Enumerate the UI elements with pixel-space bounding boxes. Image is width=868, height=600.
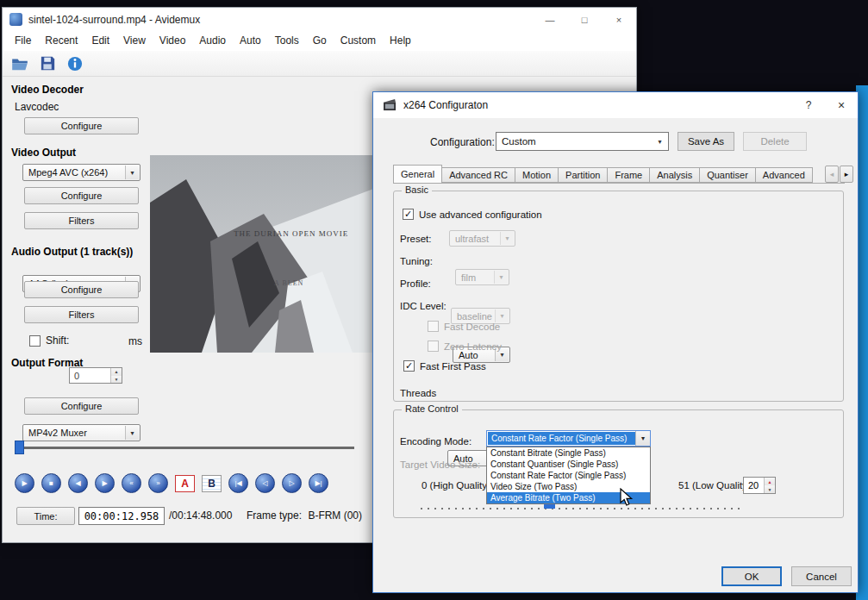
marker-b-button[interactable]: B [202, 475, 222, 492]
maximize-button[interactable]: □ [567, 8, 602, 31]
save-as-button[interactable]: Save As [678, 132, 734, 151]
menu-tools[interactable]: Tools [268, 31, 306, 51]
menu-bar: File Recent Edit View Video Audio Auto T… [3, 31, 636, 51]
decoder-configure-button[interactable]: Configure [24, 117, 139, 134]
prev-frame-icon: ◀ [75, 479, 80, 487]
marker-a-button[interactable]: A [175, 475, 195, 492]
option-constant-quantiser[interactable]: Constant Quantiser (Single Pass) [487, 459, 650, 470]
tab-partition[interactable]: Partition [559, 167, 608, 183]
first-frame-button[interactable]: |◀ [228, 473, 248, 493]
next-frame-button[interactable]: ▶ [95, 473, 115, 493]
prev-black-frame-button[interactable]: ◁ [255, 473, 275, 493]
minimize-button[interactable]: — [533, 8, 567, 31]
ok-button[interactable]: OK [721, 566, 782, 586]
next-keyframe-button[interactable]: » [148, 473, 168, 493]
tab-quantiser[interactable]: Quantiser [700, 167, 756, 183]
idc-level-label: IDC Level: [400, 301, 446, 311]
output-format-value: MP4v2 Muxer [28, 428, 87, 438]
basic-group: Basic ✓ Use advanced configuration Prese… [393, 191, 844, 402]
menu-go[interactable]: Go [306, 31, 334, 51]
use-advanced-label: Use advanced configuration [419, 209, 542, 220]
audio-filters-button[interactable]: Filters [24, 306, 139, 323]
time-display[interactable]: 00:00:12.958 [78, 507, 165, 525]
prev-frame-button[interactable]: ◀ [68, 473, 88, 493]
shift-checkbox[interactable] [29, 335, 41, 347]
zero-latency-checkbox [428, 341, 439, 352]
video-configure-button[interactable]: Configure [24, 187, 139, 204]
use-advanced-checkbox[interactable]: ✓ [403, 209, 414, 220]
configuration-select[interactable]: Custom ▾ [496, 132, 669, 151]
spin-down-icon[interactable]: ▼ [111, 376, 122, 384]
shift-spinner[interactable]: 0 ▲ ▼ [69, 367, 122, 384]
play-button[interactable]: ▶ [15, 473, 34, 493]
preset-select: ultrafast ▾ [449, 230, 515, 247]
high-quality-label: 0 (High Quality) [422, 480, 490, 491]
video-output-select[interactable]: Mpeg4 AVC (x264) ▾ [22, 164, 141, 181]
menu-auto[interactable]: Auto [233, 31, 268, 51]
tab-frame[interactable]: Frame [608, 167, 650, 183]
tab-advanced[interactable]: Advanced [756, 167, 813, 183]
close-button[interactable]: × [602, 8, 636, 31]
menu-file[interactable]: File [8, 31, 38, 51]
quality-spinner[interactable]: 20 ▲ ▼ [743, 477, 776, 494]
muxer-configure-button[interactable]: Configure [24, 397, 139, 415]
video-decoder-heading: Video Decoder [11, 84, 84, 96]
tab-scroll-left-button[interactable]: ◂ [825, 166, 839, 183]
tab-motion[interactable]: Motion [515, 167, 559, 183]
titlebar: sintel-1024-surround.mp4 - Avidemux — □ … [3, 8, 636, 31]
stop-icon: ■ [49, 479, 53, 487]
output-format-select[interactable]: MP4v2 Muxer ▾ [22, 424, 141, 441]
preset-label: Preset: [400, 234, 431, 244]
menu-custom[interactable]: Custom [334, 31, 383, 51]
tab-analysis[interactable]: Analysis [650, 167, 700, 183]
fast-first-pass-checkbox[interactable]: ✓ [403, 360, 415, 372]
menu-video[interactable]: Video [153, 31, 192, 51]
information-button[interactable] [64, 53, 86, 74]
tab-advanced-rc[interactable]: Advanced RC [442, 167, 515, 183]
video-filters-button[interactable]: Filters [24, 212, 139, 229]
menu-edit[interactable]: Edit [84, 31, 116, 51]
fast-decode-checkbox [428, 321, 439, 332]
chevron-down-icon: ▾ [500, 232, 514, 245]
last-frame-button[interactable]: ▶| [309, 473, 328, 493]
spin-down-icon[interactable]: ▼ [765, 485, 775, 493]
decoder-name: Lavcodec [15, 101, 59, 113]
dialog-help-button[interactable]: ? [792, 92, 825, 118]
shift-value: 0 [74, 371, 79, 381]
spin-up-icon[interactable]: ▲ [111, 368, 122, 376]
audio-configure-button[interactable]: Configure [24, 281, 139, 298]
chevron-down-icon: ▾ [494, 271, 508, 284]
save-file-button[interactable] [36, 53, 59, 74]
delete-button[interactable]: Delete [743, 132, 807, 151]
menu-view[interactable]: View [116, 31, 153, 51]
fast-first-pass-row: ✓ Fast First Pass [403, 360, 486, 372]
encoding-mode-select[interactable]: Constant Rate Factor (Single Pass) ▾ [486, 430, 651, 447]
tab-general[interactable]: General [393, 165, 442, 184]
floppy-disk-icon [41, 56, 55, 71]
prev-keyframe-icon: « [129, 479, 133, 487]
info-icon [67, 56, 83, 72]
dialog-close-button[interactable]: × [825, 92, 858, 118]
open-file-button[interactable] [9, 53, 31, 74]
stop-button[interactable]: ■ [41, 473, 61, 493]
time-button[interactable]: Time: [16, 507, 75, 525]
menu-recent[interactable]: Recent [38, 31, 84, 51]
quality-slider-track[interactable] [421, 508, 740, 509]
chevron-down-icon: ▾ [125, 166, 139, 179]
menu-audio[interactable]: Audio [192, 31, 233, 51]
tab-scroll-right-button[interactable]: ▸ [840, 166, 853, 183]
seek-slider-handle[interactable] [15, 441, 24, 454]
menu-help[interactable]: Help [383, 31, 418, 51]
spin-up-icon[interactable]: ▲ [765, 478, 775, 485]
seek-slider-track[interactable] [16, 447, 354, 449]
rate-control-group-label: Rate Control [402, 403, 462, 414]
next-black-frame-button[interactable]: ▷ [282, 473, 302, 493]
next-keyframe-icon: » [156, 479, 159, 487]
cancel-button[interactable]: Cancel [791, 566, 852, 586]
x264-configuration-dialog: x264 Configuraton ? × Configuration: Cus… [372, 91, 859, 593]
configuration-label: Configuration: [430, 136, 495, 148]
prev-keyframe-button[interactable]: « [122, 473, 141, 493]
frame-type-label: Frame type: [247, 509, 302, 522]
option-constant-rate-factor[interactable]: Constant Rate Factor (Single Pass) [487, 470, 650, 481]
option-constant-bitrate[interactable]: Constant Bitrate (Single Pass) [487, 447, 650, 459]
